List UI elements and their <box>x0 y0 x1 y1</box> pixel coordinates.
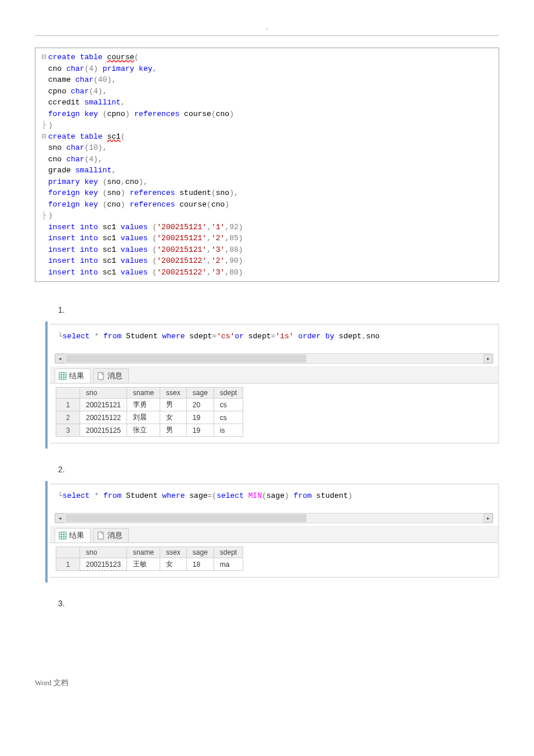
row-number: 1 <box>56 399 80 411</box>
query-text: └select * from Student where sdept='cs'o… <box>50 325 498 353</box>
tab-results-label: 结果 <box>69 371 84 381</box>
row-number: 1 <box>56 558 80 571</box>
grid-cell[interactable]: 19 <box>186 411 214 424</box>
grid-cell[interactable]: 200215123 <box>80 558 127 571</box>
table-row[interactable]: 2200215122刘晨女19cs <box>56 411 243 424</box>
tab-results[interactable]: 结果 <box>55 528 91 542</box>
section-label-3: 3. <box>58 599 499 608</box>
tab-results[interactable]: 结果 <box>55 368 91 383</box>
svg-rect-0 <box>59 372 66 379</box>
table-row[interactable]: 1200215121李勇男20cs <box>56 399 243 411</box>
fold-gutter-icon: ├ <box>40 210 48 222</box>
page-header-dot: . <box>35 23 499 32</box>
svg-rect-11 <box>98 532 103 539</box>
grid-cell[interactable]: 200215125 <box>80 424 127 437</box>
results-tab-bar: 结果消息 <box>50 366 498 384</box>
results-grid: snosnamessexsagesdept1200215123王敏女18ma <box>56 547 243 571</box>
grid-cell[interactable]: cs <box>214 411 243 424</box>
grid-column-header[interactable]: sdept <box>214 547 243 558</box>
scroll-thumb[interactable] <box>66 355 306 363</box>
fold-gutter-icon: ⊟ <box>40 131 48 143</box>
section-label: 2. <box>58 465 499 474</box>
page-icon <box>97 531 105 540</box>
table-row[interactable]: 1200215123王敏女18ma <box>56 558 243 571</box>
section-label: 1. <box>58 305 499 314</box>
sql-editor-block: ⊟create table course(cno char(4) primary… <box>35 48 499 282</box>
scroll-right-icon[interactable]: ▸ <box>484 513 493 523</box>
tab-messages[interactable]: 消息 <box>93 528 129 542</box>
grid-cell[interactable]: is <box>214 424 243 437</box>
page-footer: Word 文档 <box>35 678 499 688</box>
page-rule <box>35 35 499 36</box>
grid-column-header[interactable]: ssex <box>160 388 187 399</box>
svg-rect-5 <box>98 372 103 379</box>
fold-gutter-icon: ⊟ <box>40 52 48 63</box>
grid-column-header[interactable]: sname <box>127 547 160 558</box>
grid-column-header[interactable]: sno <box>80 388 127 399</box>
grid-cell[interactable]: 女 <box>160 558 187 571</box>
tab-results-label: 结果 <box>69 530 84 541</box>
query-text: └select * from Student where sage=(selec… <box>50 484 498 513</box>
grid-column-header[interactable]: sdept <box>214 388 243 399</box>
grid-cell[interactable]: ma <box>214 558 243 571</box>
sql-editor-lines: ⊟create table course(cno char(4) primary… <box>40 52 494 278</box>
grid-cell[interactable]: 刘晨 <box>127 411 160 424</box>
scroll-thumb[interactable] <box>66 514 306 522</box>
grid-corner <box>56 547 80 558</box>
grid-cell[interactable]: 20 <box>186 399 214 411</box>
grid-icon <box>59 531 67 540</box>
ssms-block: └select * from Student where sage=(selec… <box>45 481 499 583</box>
grid-cell[interactable]: 张立 <box>127 424 160 437</box>
grid-cell[interactable]: 19 <box>186 424 214 437</box>
grid-cell[interactable]: 王敏 <box>127 558 160 571</box>
grid-cell[interactable]: cs <box>214 399 243 411</box>
grid-cell[interactable]: 18 <box>186 558 214 571</box>
grid-cell[interactable]: 男 <box>160 424 187 437</box>
tab-messages-label: 消息 <box>107 530 122 541</box>
horizontal-scrollbar[interactable]: ◂▸ <box>55 513 493 523</box>
grid-column-header[interactable]: ssex <box>160 547 187 558</box>
tab-messages[interactable]: 消息 <box>93 368 129 383</box>
scroll-left-icon[interactable]: ◂ <box>55 513 64 523</box>
results-tab-bar: 结果消息 <box>50 526 498 543</box>
row-number: 3 <box>56 424 80 437</box>
row-number: 2 <box>56 411 80 424</box>
fold-gutter-icon: ├ <box>40 120 48 131</box>
tab-messages-label: 消息 <box>107 371 122 381</box>
grid-cell[interactable]: 男 <box>160 399 187 411</box>
grid-column-header[interactable]: sage <box>186 547 214 558</box>
svg-rect-6 <box>59 532 66 539</box>
grid-cell[interactable]: 200215121 <box>80 399 127 411</box>
horizontal-scrollbar[interactable]: ◂▸ <box>55 353 493 364</box>
ssms-block: └select * from Student where sdept='cs'o… <box>45 321 499 448</box>
page-icon <box>97 372 105 380</box>
grid-column-header[interactable]: sno <box>80 547 127 558</box>
grid-corner <box>56 388 80 399</box>
grid-icon <box>59 372 67 380</box>
grid-column-header[interactable]: sname <box>127 388 160 399</box>
grid-column-header[interactable]: sage <box>186 388 214 399</box>
table-row[interactable]: 3200215125张立男19is <box>56 424 243 437</box>
scroll-left-icon[interactable]: ◂ <box>55 354 64 363</box>
grid-cell[interactable]: 女 <box>160 411 187 424</box>
results-grid: snosnamessexsagesdept1200215121李勇男20cs22… <box>56 387 243 437</box>
scroll-right-icon[interactable]: ▸ <box>484 354 493 363</box>
grid-cell[interactable]: 200215122 <box>80 411 127 424</box>
grid-cell[interactable]: 李勇 <box>127 399 160 411</box>
